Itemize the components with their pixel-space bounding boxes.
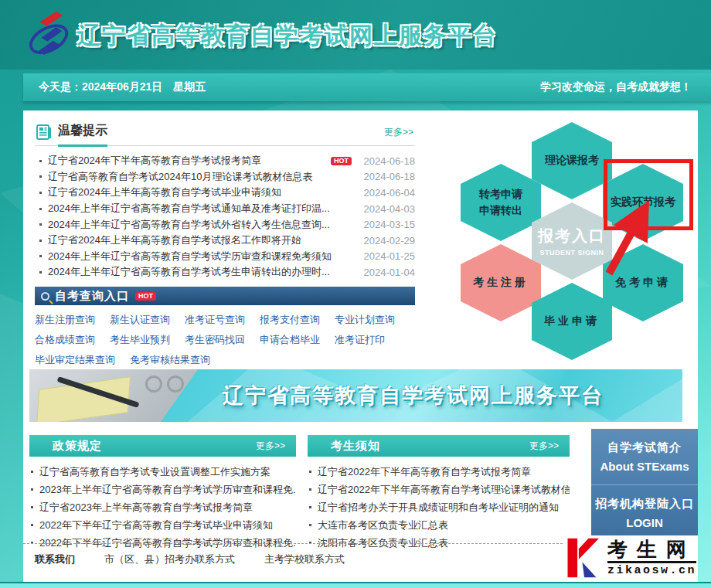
slogan-text: 学习改变命运，自考成就梦想！ bbox=[540, 80, 692, 94]
query-link[interactable]: 考生密码找回 bbox=[185, 333, 245, 347]
org-login-button[interactable]: 招考机构登陆入口 LOGIN bbox=[591, 485, 698, 541]
candidate-notice-item[interactable]: 大连市各考区负责专业汇总表 bbox=[308, 516, 570, 534]
notice-item[interactable]: 辽宁省2024年上半年高等教育自学考试报名工作即将开始2024-02-29 bbox=[35, 233, 415, 249]
logo-text-block: 考生网 zikaosw.cn bbox=[607, 539, 696, 577]
footer-links: 联系我们 市（区、县）招考办联系方式 主考学校联系方式 bbox=[35, 552, 374, 566]
query-link-row: 新生注册查询新生认证查询准考证号查询报考支付查询专业计划查询 bbox=[35, 310, 421, 330]
notice-list: 辽宁省2024年下半年高等教育自学考试报考简章HOT2024-06-18辽宁省高… bbox=[35, 153, 415, 280]
policy-list: 辽宁省高等教育自学考试专业设置调整工作实施方案2023年上半年辽宁省高等教育自学… bbox=[29, 463, 296, 552]
school-contact-link[interactable]: 主考学校联系方式 bbox=[264, 552, 345, 566]
bottom-strip bbox=[0, 582, 711, 588]
notice-section-title: 温馨提示 bbox=[58, 123, 107, 147]
notice-item[interactable]: 2024年上半年辽宁省高等教育自学考试外省转入考生信息查询...2024-03-… bbox=[35, 216, 415, 233]
login-label-cn: 招考机构登陆入口 bbox=[595, 497, 694, 512]
hex-exemption-apply[interactable]: 免考申请 bbox=[603, 244, 683, 321]
policy-item[interactable]: 辽宁省2023年上半年高等教育自学考试报考简章 bbox=[29, 498, 296, 516]
city-office-contact-link[interactable]: 市（区、县）招考办联系方式 bbox=[104, 552, 235, 566]
candidate-notice-item-title[interactable]: 辽宁省招考办关于开具成绩证明和自考毕业证明的通知 bbox=[318, 501, 559, 515]
notice-item-title[interactable]: 辽宁省高等教育自学考试2024年10月理论课考试教材信息表 bbox=[48, 170, 358, 184]
policy-more-link[interactable]: 更多>> bbox=[256, 440, 285, 453]
main-panel: 温馨提示 更多>> 辽宁省2024年下半年高等教育自学考试报考简章HOT2024… bbox=[23, 110, 698, 582]
hex-label: 转考申请 bbox=[479, 186, 522, 202]
query-link[interactable]: 免考审核结果查询 bbox=[130, 353, 210, 367]
login-label-en: LOGIN bbox=[626, 516, 663, 529]
notice-more-link[interactable]: 更多>> bbox=[384, 126, 413, 139]
hex-candidate-register[interactable]: 考生注册 bbox=[461, 244, 541, 321]
notice-item-title[interactable]: 辽宁省2024年上半年高等教育自学考试毕业申请须知 bbox=[48, 185, 358, 199]
query-link[interactable]: 申请合档毕业 bbox=[260, 333, 320, 347]
policy-item-title[interactable]: 2022年下半年辽宁省高等教育自学考试毕业申请须知 bbox=[39, 518, 273, 532]
notice-item-title[interactable]: 2024年上半年辽宁省高等教育自学考试外省转入考生信息查询... bbox=[48, 218, 358, 232]
policy-item-title[interactable]: 2023年上半年辽宁省高等教育自学考试学历审查和课程免... bbox=[39, 483, 296, 497]
logo-name: 考生网 bbox=[607, 539, 696, 563]
hex-label: 实践环节报考 bbox=[611, 195, 675, 209]
about-exams-button[interactable]: 自学考试简介 About STExams bbox=[591, 429, 698, 485]
newspaper-icon bbox=[36, 124, 52, 140]
hex-label: 考生注册 bbox=[473, 276, 529, 290]
query-link-row: 毕业审定结果查询免考审核结果查询 bbox=[35, 350, 421, 370]
notice-item[interactable]: 辽宁省2024年下半年高等教育自学考试报考简章HOT2024-06-18 bbox=[35, 153, 415, 169]
policy-item-title[interactable]: 辽宁省高等教育自学考试专业设置调整工作实施方案 bbox=[39, 465, 270, 479]
bullet-icon bbox=[309, 524, 311, 526]
policy-item[interactable]: 2023年上半年辽宁省高等教育自学考试学历审查和课程免... bbox=[29, 481, 296, 498]
notice-item[interactable]: 2024年上半年辽宁省高等教育自学考试通知单及准考证打印温...2024-04-… bbox=[35, 201, 415, 217]
candidate-notice-item-title[interactable]: 辽宁省2022年下半年高等教育自学考试报考简章 bbox=[318, 465, 531, 479]
notice-item-title[interactable]: 辽宁省2024年上半年高等教育自学考试报名工作即将开始 bbox=[48, 233, 358, 247]
candidate-notice-item-title[interactable]: 大连市各考区负责专业汇总表 bbox=[318, 518, 448, 532]
policy-item-title[interactable]: 辽宁省2023年上半年高等教育自学考试报考简章 bbox=[39, 501, 253, 515]
notice-item[interactable]: 2024年上半年辽宁省高等教育自学考试考生申请转出的办理时...2024-01-… bbox=[35, 264, 415, 280]
notice-item-title[interactable]: 2024年上半年辽宁省高等教育自学考试学历审查和课程免考须知 bbox=[48, 250, 358, 263]
query-link[interactable]: 准考证打印 bbox=[335, 333, 385, 347]
glasses-graphic bbox=[145, 376, 162, 393]
query-link[interactable]: 毕业审定结果查询 bbox=[35, 353, 115, 367]
notice-item[interactable]: 辽宁省2024年上半年高等教育自学考试毕业申请须知2024-06-04 bbox=[35, 185, 415, 201]
query-link[interactable]: 考生毕业预判 bbox=[110, 333, 170, 347]
middle-banner[interactable]: 辽宁省高等教育自学考试网上服务平台 bbox=[29, 369, 682, 422]
about-label-en: About STExams bbox=[600, 460, 689, 473]
query-link[interactable]: 合格成绩查询 bbox=[35, 333, 95, 347]
notice-item[interactable]: 2024年上半年辽宁省高等教育自学考试学历审查和课程免考须知2024-01-25 bbox=[35, 249, 415, 265]
notice-item-date: 2024-06-04 bbox=[358, 187, 415, 199]
notice-item-title[interactable]: 辽宁省2024年下半年高等教育自学考试报考简章 bbox=[48, 154, 331, 168]
bullet-icon bbox=[39, 223, 42, 226]
banner-title: 辽宁省高等教育自学考试网上服务平台 bbox=[223, 382, 604, 410]
hex-practice-apply[interactable]: 实践环节报考 bbox=[603, 164, 683, 241]
candidate-notice-item[interactable]: 辽宁省2022年下半年高等教育自学考试报考简章 bbox=[308, 463, 570, 481]
page-title: 辽宁省高等教育自学考试网上服务平台 bbox=[77, 20, 498, 52]
candidate-notice-more-link[interactable]: 更多>> bbox=[529, 440, 559, 453]
hex-sublabel: STUDENT SIGNIN bbox=[539, 249, 604, 257]
hex-label: 申请转出 bbox=[479, 202, 522, 219]
hex-graduation-apply[interactable]: 毕业申请 bbox=[532, 283, 612, 360]
notice-item-title[interactable]: 2024年上半年辽宁省高等教育自学考试通知单及准考证打印温... bbox=[48, 202, 358, 216]
bullet-icon bbox=[39, 240, 42, 242]
policy-item[interactable]: 辽宁省高等教育自学考试专业设置调整工作实施方案 bbox=[29, 463, 296, 481]
notice-item[interactable]: 辽宁省高等教育自学考试2024年10月理论课考试教材信息表2024-06-18 bbox=[35, 169, 415, 185]
bullet-icon bbox=[31, 471, 33, 473]
query-link[interactable]: 准考证号查询 bbox=[185, 313, 245, 327]
site-header: 辽宁省高等教育自学考试网上服务平台 bbox=[0, 0, 711, 70]
notice-item-date: 2024-06-18 bbox=[358, 155, 415, 167]
query-link[interactable]: 新生注册查询 bbox=[35, 313, 95, 327]
query-link[interactable]: 专业计划查询 bbox=[335, 313, 395, 327]
hex-transfer-apply[interactable]: 转考申请 申请转出 bbox=[461, 164, 541, 241]
candidate-notice-item[interactable]: 辽宁省2022年下半年高等教育自学考试理论课考试教材信... bbox=[308, 481, 570, 498]
contact-us-link[interactable]: 联系我们 bbox=[35, 552, 75, 566]
notice-section: 温馨提示 更多>> 辽宁省2024年下半年高等教育自学考试报考简章HOT2024… bbox=[35, 120, 415, 280]
candidate-notice-item[interactable]: 辽宁省招考办关于开具成绩证明和自考毕业证明的通知 bbox=[308, 498, 570, 516]
bullet-icon bbox=[39, 271, 42, 274]
policy-item[interactable]: 2022年下半年辽宁省高等教育自学考试毕业申请须知 bbox=[29, 516, 296, 534]
search-icon bbox=[41, 292, 49, 301]
query-links: 新生注册查询新生认证查询准考证号查询报考支付查询专业计划查询合格成绩查询考生毕业… bbox=[35, 310, 421, 370]
query-link[interactable]: 新生认证查询 bbox=[110, 313, 170, 327]
candidate-notice-title: 考生须知 bbox=[331, 439, 380, 454]
hex-theory-course-apply[interactable]: 理论课报考 bbox=[532, 122, 612, 199]
query-link[interactable]: 报考支付查询 bbox=[260, 313, 320, 327]
bullet-icon bbox=[39, 160, 42, 162]
notice-item-date: 2024-01-04 bbox=[358, 267, 415, 278]
policy-section-bar: 政策规定 更多>> bbox=[29, 435, 296, 457]
bullet-icon bbox=[31, 506, 33, 508]
candidate-notice-item-title[interactable]: 辽宁省2022年下半年高等教育自学考试理论课考试教材信... bbox=[318, 483, 570, 497]
notice-item-title[interactable]: 2024年上半年辽宁省高等教育自学考试考生申请转出的办理时... bbox=[48, 265, 358, 279]
query-link-row: 合格成绩查询考生毕业预判考生密码找回申请合档毕业准考证打印 bbox=[35, 330, 421, 350]
bullet-icon bbox=[39, 192, 42, 194]
